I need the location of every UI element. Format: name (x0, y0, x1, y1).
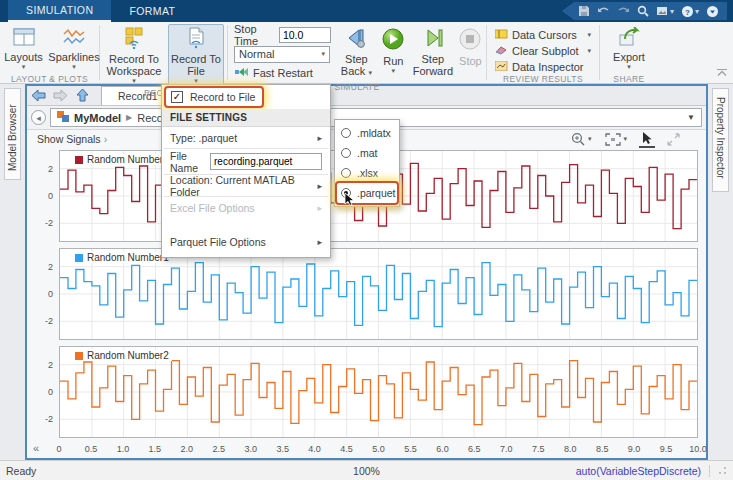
export-dropdown-icon: ▾ (627, 63, 631, 71)
run-button[interactable]: Run ▾ (376, 24, 411, 78)
fast-restart-label[interactable]: Fast Restart (253, 67, 313, 79)
export-button[interactable]: Export ▾ (605, 24, 653, 74)
layouts-button[interactable]: Layouts ▾ (0, 24, 47, 74)
radio-mat[interactable] (341, 148, 351, 158)
menu-item-parquet-options[interactable]: Parquet File Options ▸ (162, 231, 330, 252)
data-cursors-button[interactable]: Data Cursors ▾ (495, 28, 591, 42)
tab-format[interactable]: FORMAT (111, 0, 193, 22)
status-solver[interactable]: auto(VariableStepDiscrete) (576, 465, 701, 477)
y-tick-label: 2 (48, 164, 53, 174)
x-tick-label: 2.5 (212, 444, 225, 454)
record-to-file-menu-item[interactable]: ✓ Record to File (166, 88, 262, 106)
breadcrumb-model[interactable]: MyModel (74, 112, 121, 124)
subplot-random-number1[interactable]: 20-2 Random Number1 (59, 248, 698, 340)
search-icon[interactable] (637, 5, 649, 17)
back-button[interactable] (28, 86, 48, 104)
option-mldatx-label: .mldatx (357, 127, 391, 139)
record-to-workspace-dropdown-icon: ▾ (132, 77, 136, 85)
record-to-workspace-button[interactable]: Record To Workspace ▾ (103, 24, 165, 88)
collapse-browser-icon[interactable]: ◂ (31, 110, 46, 125)
snapshot-dropdown-icon[interactable]: ▾ (670, 7, 674, 16)
option-xlsx[interactable]: .xlsx (335, 163, 399, 183)
zoom-in-button[interactable]: ▾ (569, 131, 594, 147)
stop-time-input[interactable] (279, 27, 331, 43)
fit-dropdown-icon[interactable]: ▾ (623, 135, 627, 143)
type-label: Type: .parquet (170, 132, 237, 144)
data-inspector-button[interactable]: Data Inspector (495, 60, 591, 74)
step-forward-label: Step Forward (413, 53, 453, 77)
menu-item-location[interactable]: Location: Current MATLAB Folder ▸ (162, 175, 330, 196)
model-icon (57, 111, 69, 124)
option-xlsx-label: .xlsx (357, 167, 378, 179)
stop-label: Stop (459, 55, 482, 67)
option-mat[interactable]: .mat (335, 143, 399, 163)
subplot-random-number2[interactable]: 20-2 Random Number2 (59, 346, 698, 438)
fit-to-view-button[interactable]: ▾ (603, 132, 629, 147)
x-tick-label: 8.5 (596, 444, 609, 454)
record-to-file-button[interactable]: Record To File ▾ (168, 24, 224, 88)
group-layout-plots: Layouts ▾ Sparklines ▾ LAYOUT & PLOTS (0, 22, 99, 83)
pointer-tool-button[interactable] (639, 130, 655, 148)
record-to-file-menu: ✓ Record to File FILE SETTINGS Type: .pa… (161, 84, 331, 258)
menu-item-type[interactable]: Type: .parquet ▸ (162, 127, 330, 148)
signal-legend[interactable]: Random Number (72, 154, 166, 165)
title-bar: SIMULATION FORMAT ▾ ?▾ (0, 0, 733, 22)
simulation-mode-select[interactable]: Normal ▾ (234, 46, 330, 63)
legend-swatch (75, 156, 83, 164)
simulation-mode-dropdown-icon: ▾ (321, 50, 325, 58)
data-cursors-icon (495, 29, 508, 41)
x-tick-label: 4.0 (308, 444, 321, 454)
expand-plot-button[interactable] (665, 132, 682, 147)
collapse-toolstrip-icon[interactable] (716, 67, 728, 79)
help-icon[interactable]: ?▾ (681, 5, 699, 18)
show-signals-link[interactable]: Show Signals› (37, 133, 107, 145)
submenu-arrow-icon: ▸ (317, 181, 322, 191)
record-to-file-label: Record To File (170, 53, 222, 77)
x-tick-label: 3.0 (244, 444, 257, 454)
signal-legend[interactable]: Random Number1 (72, 252, 172, 263)
tab-simulation[interactable]: SIMULATION (8, 0, 111, 22)
signal-legend[interactable]: Random Number2 (72, 350, 172, 361)
sparklines-button[interactable]: Sparklines ▾ (49, 24, 99, 74)
file-name-input[interactable] (210, 153, 322, 170)
radio-mldatx[interactable] (341, 128, 351, 138)
export-icon (617, 27, 641, 49)
y-tick-label: 2 (48, 360, 53, 370)
legend-label: Random Number1 (87, 252, 169, 263)
y-tick-label: 0 (48, 289, 53, 299)
property-inspector-tab[interactable]: Property Inspector (712, 88, 729, 192)
breadcrumb-dropdown-icon[interactable]: ▼ (687, 113, 695, 122)
record-to-file-checkbox[interactable]: ✓ (171, 91, 183, 103)
step-back-button[interactable]: Step Back ▾ (337, 24, 376, 82)
collapse-sidebar-icon[interactable]: « (33, 442, 39, 454)
snapshot-icon[interactable]: ▾ (656, 6, 674, 17)
minimize-ribbon-icon[interactable] (706, 5, 719, 18)
sparklines-dropdown-icon: ▾ (72, 63, 76, 71)
data-inspector-icon (495, 61, 508, 73)
up-button[interactable] (72, 86, 92, 104)
quick-access-toolbar: ▾ ?▾ (562, 2, 727, 20)
record-to-file-item-label: Record to File (190, 91, 255, 103)
step-forward-button[interactable]: Step Forward (411, 24, 455, 80)
layouts-label: Layouts (4, 51, 43, 63)
x-tick-label: 2.0 (181, 444, 194, 454)
right-dock-strip: Property Inspector (708, 84, 733, 460)
resize-grip-icon[interactable] (718, 465, 727, 477)
help-dropdown-icon[interactable]: ▾ (695, 7, 699, 16)
group-review-results: Data Cursors ▾ Clear Subplot ▾ Data Insp… (487, 22, 599, 83)
zoom-dropdown-icon[interactable]: ▾ (588, 135, 592, 143)
x-tick-label: 4.5 (340, 444, 353, 454)
clear-subplot-button[interactable]: Clear Subplot ▾ (495, 44, 591, 58)
model-browser-tab[interactable]: Model Browser (4, 88, 21, 180)
save-icon[interactable] (578, 5, 590, 17)
option-parquet-label: .parquet (357, 187, 396, 199)
option-mldatx[interactable]: .mldatx (335, 123, 399, 143)
redo-icon[interactable] (617, 6, 630, 17)
submenu-arrow-icon: ▸ (317, 133, 322, 143)
forward-button[interactable] (50, 86, 70, 104)
menu-item-file-name: File Name (162, 149, 330, 174)
stop-button[interactable]: Stop (455, 24, 486, 70)
radio-xlsx[interactable] (341, 168, 351, 178)
location-label: Location: Current MATLAB Folder (170, 174, 311, 198)
undo-icon[interactable] (597, 6, 610, 17)
